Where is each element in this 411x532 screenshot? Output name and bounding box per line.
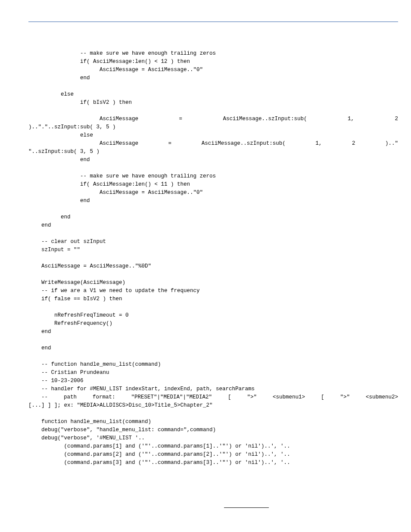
code-line: -- make sure we have enough trailing zer… [28, 172, 398, 180]
code-line: [...] ] ]; ex: "MEDIA>ALLDISCS>Disc_10>T… [28, 401, 398, 410]
code-line [28, 205, 398, 213]
code-line [28, 336, 398, 344]
code-line: ).."."..szInput:sub( 3, 5 ) [28, 123, 398, 131]
code-line: end [28, 328, 398, 336]
code-line: -- Cristian Prundeanu [28, 369, 398, 377]
code-line: RefreshFrequency() [28, 320, 398, 328]
code-line: end [28, 344, 398, 352]
code-line [28, 410, 398, 418]
code-block: -- make sure we have enough trailing zer… [28, 41, 398, 467]
code-line: "..szInput:sub( 3, 5 ) [28, 148, 398, 156]
code-line: end [28, 74, 398, 82]
code-line: -- 10-23-2006 [28, 377, 398, 385]
code-line: if( false == bIsV2 ) then [28, 295, 398, 303]
footer-rule [224, 507, 269, 508]
code-line: (command.params[1] and ('"'..command.par… [28, 442, 398, 451]
code-line: -- if we are a V1 we need to update the … [28, 287, 398, 295]
code-line: if( bIsV2 ) then [28, 99, 398, 107]
code-line [28, 107, 398, 115]
header-rule [28, 22, 398, 22]
code-line: -- make sure we have enough trailing zer… [28, 50, 398, 58]
code-line: debug("verbose", '#MENU_LIST '.. [28, 434, 398, 442]
code-line [28, 230, 398, 238]
code-line: AsciiMessage = AsciiMessage.."0" [28, 66, 398, 74]
code-line: (command.params[3] and ('"'..command.par… [28, 459, 398, 467]
code-line [28, 41, 398, 50]
code-line: debug("verbose", "handle_menu_list: comm… [28, 426, 398, 434]
code-line: -- function handle_menu_list(command) [28, 361, 398, 369]
code-line: else [28, 131, 398, 140]
code-line: else [28, 90, 398, 99]
code-line: AsciiMessage = AsciiMessage.."0" [28, 189, 398, 197]
code-line: AsciiMessage = AsciiMessage.."%0D" [28, 262, 398, 271]
code-line: AsciiMessage=AsciiMessage..szInput:sub(1… [28, 115, 398, 123]
code-line: if( AsciiMessage:len() < 11 ) then [28, 180, 398, 189]
code-line [28, 254, 398, 262]
code-line [28, 352, 398, 361]
code-line: --pathformat:"PRESET"|"MEDIA"|"MEDIA2"["… [28, 393, 398, 401]
code-line: szInput = "" [28, 246, 398, 254]
code-line: (command.params[2] and ('"'..command.par… [28, 451, 398, 459]
code-line: -- handler for #MENU_LIST indexStart, in… [28, 385, 398, 393]
code-line [28, 82, 398, 90]
code-line: if( AsciiMessage:len() < 12 ) then [28, 58, 398, 66]
code-line: end [28, 156, 398, 164]
code-line [28, 271, 398, 279]
code-line: end [28, 213, 398, 221]
code-line: end [28, 221, 398, 230]
code-line: function handle_menu_list(command) [28, 418, 398, 426]
code-line: AsciiMessage=AsciiMessage..szInput:sub(1… [28, 140, 398, 148]
code-line: end [28, 197, 398, 205]
code-line [28, 303, 398, 311]
code-line [28, 164, 398, 172]
code-line: WriteMessage(AsciiMessage) [28, 279, 398, 287]
code-line: nRefreshFreqTimeout = 0 [28, 311, 398, 320]
code-line: -- clear out szInput [28, 238, 398, 246]
